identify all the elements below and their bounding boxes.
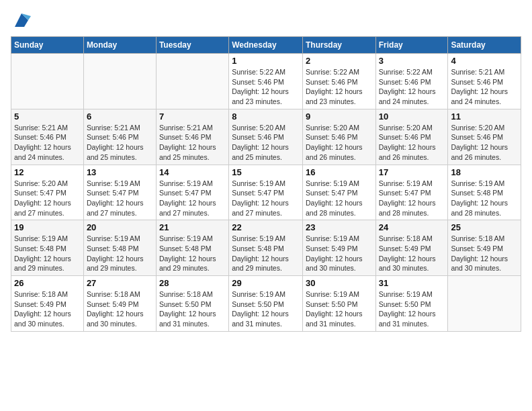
- day-info: Sunrise: 5:19 AMSunset: 5:47 PMDaylight:…: [87, 179, 153, 218]
- day-info: Sunrise: 5:20 AMSunset: 5:46 PMDaylight:…: [379, 123, 445, 163]
- day-number: 14: [159, 167, 226, 177]
- day-number: 2: [306, 56, 373, 66]
- day-info: Sunrise: 5:21 AMSunset: 5:46 PMDaylight:…: [87, 123, 153, 163]
- day-number: 22: [232, 222, 300, 232]
- day-number: 17: [379, 167, 445, 177]
- day-number: 8: [232, 111, 300, 122]
- calendar-cell: 20Sunrise: 5:19 AMSunset: 5:48 PMDayligh…: [83, 220, 156, 276]
- day-info: Sunrise: 5:19 AMSunset: 5:50 PMDaylight:…: [306, 289, 373, 329]
- day-number: 6: [87, 111, 153, 122]
- calendar-cell: 1Sunrise: 5:22 AMSunset: 5:46 PMDaylight…: [229, 54, 303, 109]
- day-number: 5: [14, 111, 81, 122]
- day-number: 26: [14, 278, 81, 288]
- day-info: Sunrise: 5:19 AMSunset: 5:48 PMDaylight:…: [232, 234, 300, 273]
- calendar-cell: 31Sunrise: 5:19 AMSunset: 5:50 PMDayligh…: [375, 276, 448, 332]
- day-info: Sunrise: 5:21 AMSunset: 5:46 PMDaylight:…: [159, 123, 226, 163]
- day-number: 3: [379, 56, 445, 66]
- calendar-cell: 27Sunrise: 5:18 AMSunset: 5:49 PMDayligh…: [83, 276, 156, 332]
- day-info: Sunrise: 5:19 AMSunset: 5:50 PMDaylight:…: [232, 289, 300, 329]
- day-number: 7: [159, 111, 226, 122]
- day-info: Sunrise: 5:19 AMSunset: 5:48 PMDaylight:…: [451, 179, 518, 218]
- calendar-cell: 15Sunrise: 5:19 AMSunset: 5:47 PMDayligh…: [229, 165, 303, 220]
- page-header: [11, 11, 521, 30]
- calendar-cell: 6Sunrise: 5:21 AMSunset: 5:46 PMDaylight…: [83, 109, 156, 165]
- day-info: Sunrise: 5:20 AMSunset: 5:47 PMDaylight:…: [14, 179, 81, 218]
- day-info: Sunrise: 5:19 AMSunset: 5:47 PMDaylight:…: [379, 179, 445, 218]
- day-info: Sunrise: 5:22 AMSunset: 5:46 PMDaylight:…: [379, 67, 445, 107]
- weekday-header: Sunday: [11, 37, 84, 54]
- day-info: Sunrise: 5:20 AMSunset: 5:46 PMDaylight:…: [306, 123, 373, 163]
- day-info: Sunrise: 5:19 AMSunset: 5:48 PMDaylight:…: [14, 234, 81, 273]
- day-info: Sunrise: 5:19 AMSunset: 5:47 PMDaylight:…: [159, 179, 226, 218]
- calendar-cell: 21Sunrise: 5:19 AMSunset: 5:48 PMDayligh…: [156, 220, 228, 276]
- calendar-cell: 7Sunrise: 5:21 AMSunset: 5:46 PMDaylight…: [156, 109, 228, 165]
- calendar-cell: [83, 54, 156, 109]
- day-info: Sunrise: 5:18 AMSunset: 5:49 PMDaylight:…: [451, 234, 518, 273]
- day-info: Sunrise: 5:19 AMSunset: 5:48 PMDaylight:…: [159, 234, 226, 273]
- day-info: Sunrise: 5:18 AMSunset: 5:49 PMDaylight:…: [87, 289, 153, 329]
- day-number: 18: [451, 167, 518, 177]
- calendar-cell: 5Sunrise: 5:21 AMSunset: 5:46 PMDaylight…: [11, 109, 84, 165]
- day-number: 30: [306, 278, 373, 288]
- calendar-cell: 12Sunrise: 5:20 AMSunset: 5:47 PMDayligh…: [11, 165, 84, 220]
- day-number: 15: [232, 167, 300, 177]
- day-info: Sunrise: 5:21 AMSunset: 5:46 PMDaylight:…: [451, 67, 518, 107]
- calendar-table: SundayMondayTuesdayWednesdayThursdayFrid…: [11, 36, 521, 332]
- day-number: 11: [451, 111, 518, 122]
- calendar-cell: 17Sunrise: 5:19 AMSunset: 5:47 PMDayligh…: [375, 165, 448, 220]
- calendar-cell: 9Sunrise: 5:20 AMSunset: 5:46 PMDaylight…: [302, 109, 375, 165]
- day-number: 29: [232, 278, 300, 288]
- day-number: 25: [451, 222, 518, 232]
- calendar-cell: 24Sunrise: 5:18 AMSunset: 5:49 PMDayligh…: [375, 220, 448, 276]
- day-info: Sunrise: 5:19 AMSunset: 5:47 PMDaylight:…: [306, 179, 373, 218]
- weekday-header: Tuesday: [156, 37, 228, 54]
- day-number: 24: [379, 222, 445, 232]
- day-info: Sunrise: 5:19 AMSunset: 5:47 PMDaylight:…: [232, 179, 300, 218]
- calendar-cell: 23Sunrise: 5:19 AMSunset: 5:49 PMDayligh…: [302, 220, 375, 276]
- day-number: 31: [379, 278, 445, 288]
- day-info: Sunrise: 5:18 AMSunset: 5:50 PMDaylight:…: [159, 289, 226, 329]
- day-info: Sunrise: 5:19 AMSunset: 5:49 PMDaylight:…: [306, 234, 373, 273]
- day-number: 27: [87, 278, 153, 288]
- calendar-cell: 3Sunrise: 5:22 AMSunset: 5:46 PMDaylight…: [375, 54, 448, 109]
- day-info: Sunrise: 5:18 AMSunset: 5:49 PMDaylight:…: [14, 289, 81, 329]
- calendar-header: SundayMondayTuesdayWednesdayThursdayFrid…: [11, 37, 521, 54]
- calendar-cell: 4Sunrise: 5:21 AMSunset: 5:46 PMDaylight…: [448, 54, 521, 109]
- calendar-cell: 11Sunrise: 5:20 AMSunset: 5:46 PMDayligh…: [448, 109, 521, 165]
- day-info: Sunrise: 5:21 AMSunset: 5:46 PMDaylight:…: [14, 123, 81, 163]
- calendar-cell: 10Sunrise: 5:20 AMSunset: 5:46 PMDayligh…: [375, 109, 448, 165]
- weekday-header: Monday: [83, 37, 156, 54]
- weekday-header: Saturday: [448, 37, 521, 54]
- calendar-cell: 18Sunrise: 5:19 AMSunset: 5:48 PMDayligh…: [448, 165, 521, 220]
- calendar-cell: 13Sunrise: 5:19 AMSunset: 5:47 PMDayligh…: [83, 165, 156, 220]
- day-number: 9: [306, 111, 373, 122]
- calendar-cell: 28Sunrise: 5:18 AMSunset: 5:50 PMDayligh…: [156, 276, 228, 332]
- weekday-header: Wednesday: [229, 37, 303, 54]
- day-number: 1: [232, 56, 300, 66]
- calendar-cell: [11, 54, 84, 109]
- day-info: Sunrise: 5:22 AMSunset: 5:46 PMDaylight:…: [232, 67, 300, 107]
- day-info: Sunrise: 5:18 AMSunset: 5:49 PMDaylight:…: [379, 234, 445, 273]
- day-number: 20: [87, 222, 153, 232]
- day-number: 10: [379, 111, 445, 122]
- calendar-cell: 30Sunrise: 5:19 AMSunset: 5:50 PMDayligh…: [302, 276, 375, 332]
- calendar-cell: [156, 54, 228, 109]
- day-info: Sunrise: 5:22 AMSunset: 5:46 PMDaylight:…: [306, 67, 373, 107]
- day-info: Sunrise: 5:19 AMSunset: 5:50 PMDaylight:…: [379, 289, 445, 329]
- logo-icon: [12, 11, 31, 30]
- day-number: 4: [451, 56, 518, 66]
- calendar-cell: 19Sunrise: 5:19 AMSunset: 5:48 PMDayligh…: [11, 220, 84, 276]
- day-info: Sunrise: 5:20 AMSunset: 5:46 PMDaylight:…: [451, 123, 518, 163]
- logo: [11, 11, 31, 30]
- weekday-header: Friday: [375, 37, 448, 54]
- day-number: 16: [306, 167, 373, 177]
- calendar-cell: 22Sunrise: 5:19 AMSunset: 5:48 PMDayligh…: [229, 220, 303, 276]
- calendar-cell: 2Sunrise: 5:22 AMSunset: 5:46 PMDaylight…: [302, 54, 375, 109]
- day-info: Sunrise: 5:20 AMSunset: 5:46 PMDaylight:…: [232, 123, 300, 163]
- calendar-cell: [448, 276, 521, 332]
- calendar-cell: 26Sunrise: 5:18 AMSunset: 5:49 PMDayligh…: [11, 276, 84, 332]
- calendar-cell: 16Sunrise: 5:19 AMSunset: 5:47 PMDayligh…: [302, 165, 375, 220]
- day-info: Sunrise: 5:19 AMSunset: 5:48 PMDaylight:…: [87, 234, 153, 273]
- day-number: 13: [87, 167, 153, 177]
- calendar-cell: 14Sunrise: 5:19 AMSunset: 5:47 PMDayligh…: [156, 165, 228, 220]
